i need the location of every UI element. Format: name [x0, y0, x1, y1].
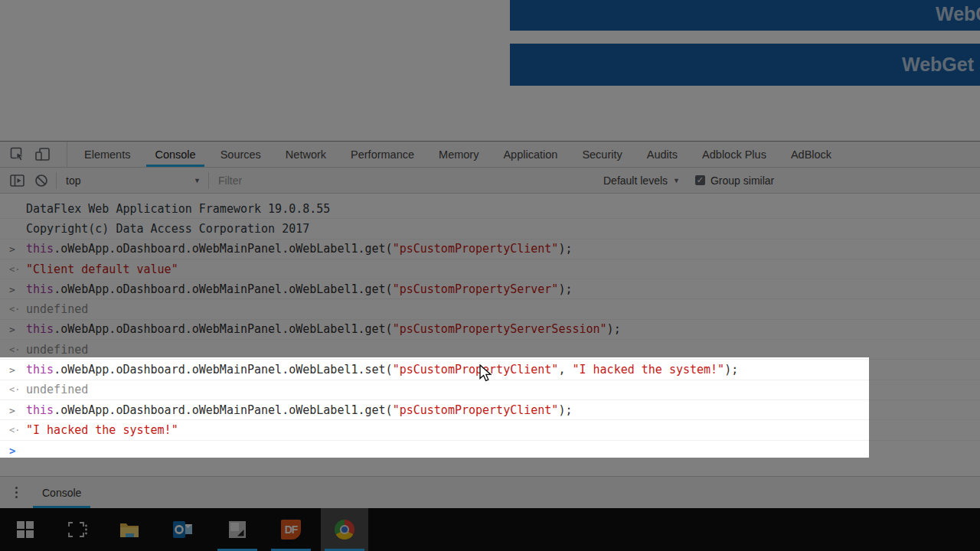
console-message: >this.oWebApp.oDashboard.oWebMainPanel.o…	[0, 320, 980, 340]
result-chevron-icon: <·	[9, 425, 20, 435]
console-message: <·undefined	[0, 299, 980, 319]
group-similar-checkbox[interactable]: ✓	[695, 175, 705, 185]
console-text-segment: );	[558, 403, 572, 417]
task-view-icon	[67, 520, 88, 539]
command-chevron-icon: >	[9, 283, 15, 295]
taskbar: DF	[0, 508, 980, 551]
console-output: DataFlex Web Application Framework 19.0.…	[0, 194, 980, 476]
tab-sources[interactable]: Sources	[208, 142, 273, 167]
prompt-chevron-icon: >	[9, 445, 15, 457]
console-text-segment: this	[26, 322, 54, 336]
chevron-down-icon: ▼	[194, 177, 201, 184]
console-text-segment: this	[26, 242, 54, 256]
console-message: >this.oWebApp.oDashboard.oWebMainPanel.o…	[0, 360, 980, 380]
command-chevron-icon: >	[9, 243, 15, 255]
console-text-segment: .oWebApp.oDashboard.oWebMainPanel.oWebLa…	[54, 363, 393, 377]
console-text-segment: .oWebApp.oDashboard.oWebMainPanel.oWebLa…	[54, 242, 393, 256]
console-text-segment: undefined	[26, 302, 88, 316]
drawer-tab-console-label: Console	[42, 487, 81, 499]
tab-audits[interactable]: Audits	[635, 142, 690, 167]
drawer-tab-console[interactable]: Console	[31, 477, 92, 508]
console-message: <·undefined	[0, 380, 980, 400]
webpage-background: WebG WebGet S	[0, 0, 980, 141]
console-message: Copyright(c) Data Access Corporation 201…	[0, 219, 980, 239]
console-text-segment: "psCustomPropertyServer"	[393, 282, 559, 296]
tab-elements[interactable]: Elements	[72, 142, 142, 167]
webget-button-2-label: WebGet S	[902, 54, 980, 76]
console-text-segment: ,	[558, 363, 572, 377]
document-app-icon	[228, 520, 247, 539]
clear-console-icon[interactable]	[34, 174, 48, 187]
file-explorer-button[interactable]	[106, 508, 153, 551]
console-message: DataFlex Web Application Framework 19.0.…	[0, 199, 980, 219]
console-message: >this.oWebApp.oDashboard.oWebMainPanel.o…	[0, 400, 980, 420]
console-text-segment: );	[607, 322, 621, 336]
file-explorer-icon	[119, 521, 139, 538]
webget-button-2[interactable]: WebGet S	[510, 44, 980, 86]
tab-memory[interactable]: Memory	[426, 142, 491, 167]
context-selector[interactable]: top ▼	[66, 174, 201, 187]
console-toolbar: top ▼ Default levels ▼ ✓ Group similar	[0, 168, 980, 194]
console-text-segment: DataFlex Web Application Framework 19.0.…	[26, 202, 330, 216]
device-toolbar-icon[interactable]	[34, 147, 51, 161]
console-text-segment: this	[26, 282, 54, 296]
console-text-segment: .oWebApp.oDashboard.oWebMainPanel.oWebLa…	[54, 322, 393, 336]
console-text-segment: );	[558, 282, 572, 296]
document-app-button[interactable]	[214, 508, 261, 551]
dataflex-icon: DF	[281, 520, 301, 540]
result-chevron-icon: <·	[9, 384, 20, 395]
chrome-button[interactable]	[321, 508, 368, 551]
console-text-segment: this	[26, 403, 54, 417]
console-sidebar-icon[interactable]	[10, 174, 24, 187]
tab-application[interactable]: Application	[491, 142, 570, 167]
devtools-tabbar: ElementsConsoleSourcesNetworkPerformance…	[0, 142, 980, 168]
webget-button-1-label: WebG	[936, 3, 980, 25]
task-view-button[interactable]	[54, 508, 101, 551]
result-chevron-icon: <·	[9, 264, 20, 275]
command-chevron-icon: >	[9, 364, 15, 376]
console-text-segment: undefined	[26, 383, 88, 396]
default-levels-dropdown[interactable]: Default levels	[603, 174, 668, 187]
tab-console[interactable]: Console	[142, 142, 207, 167]
result-chevron-icon: <·	[9, 344, 20, 355]
group-similar-label: Group similar	[710, 174, 774, 187]
tab-adblock[interactable]: AdBlock	[779, 142, 844, 167]
start-button[interactable]	[2, 508, 49, 551]
console-text-segment: "Client default value"	[26, 262, 178, 276]
result-chevron-icon: <·	[9, 304, 20, 315]
command-chevron-icon: >	[9, 324, 15, 335]
outlook-icon	[173, 520, 193, 539]
more-options-icon[interactable]	[15, 477, 18, 508]
outlook-button[interactable]	[159, 508, 207, 551]
devtools-panel: ElementsConsoleSourcesNetworkPerformance…	[0, 141, 980, 508]
dataflex-button[interactable]: DF	[267, 508, 315, 551]
tab-security[interactable]: Security	[570, 142, 634, 167]
console-text-segment: "psCustomPropertyServerSession"	[393, 322, 607, 336]
console-message: >this.oWebApp.oDashboard.oWebMainPanel.o…	[0, 279, 980, 299]
toolbar-separator	[56, 172, 57, 189]
console-prompt[interactable]: >	[0, 441, 980, 461]
tab-network[interactable]: Network	[273, 142, 338, 167]
context-selector-value: top	[66, 174, 80, 187]
console-text-segment: .oWebApp.oDashboard.oWebMainPanel.oWebLa…	[54, 403, 393, 417]
command-chevron-icon: >	[9, 404, 15, 416]
console-text-segment: "psCustomPropertyClient"	[393, 242, 559, 256]
console-message: <·undefined	[0, 340, 980, 360]
tab-performance[interactable]: Performance	[338, 142, 426, 167]
console-text-segment: this	[26, 363, 54, 377]
windows-start-icon	[16, 520, 34, 539]
chrome-icon	[335, 520, 354, 540]
screen: WebG WebGet S ElementsConsoleSourcesNetw…	[0, 0, 980, 551]
console-text-segment: undefined	[26, 343, 88, 357]
console-text-segment: "I hacked the system!"	[26, 423, 178, 437]
console-message: <·"Client default value"	[0, 259, 980, 279]
filter-input[interactable]	[217, 174, 449, 187]
inspect-element-icon[interactable]	[10, 147, 24, 161]
tab-adblock-plus[interactable]: Adblock Plus	[690, 142, 779, 167]
console-text-segment: );	[558, 242, 572, 256]
webget-button-1[interactable]: WebG	[510, 0, 980, 31]
console-text-segment: "psCustomPropertyClient"	[393, 403, 559, 417]
console-text-segment: );	[724, 363, 738, 377]
chevron-down-icon[interactable]: ▼	[673, 177, 680, 184]
console-message: >this.oWebApp.oDashboard.oWebMainPanel.o…	[0, 240, 980, 259]
